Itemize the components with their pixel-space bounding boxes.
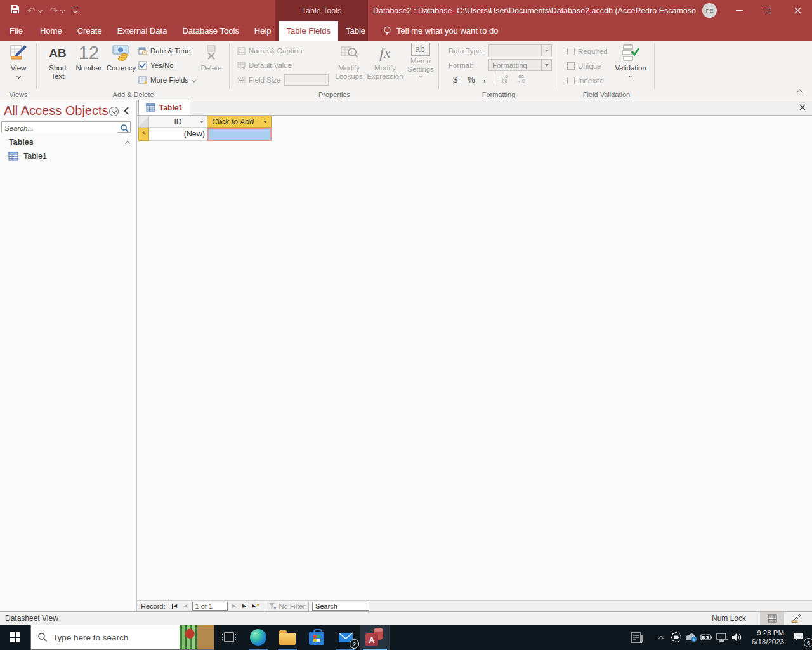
action-center-icon[interactable]: 6 bbox=[787, 625, 812, 650]
nav-group-tables[interactable]: Tables bbox=[0, 136, 130, 149]
maximize-button[interactable] bbox=[754, 0, 783, 21]
redo-dropdown-icon[interactable] bbox=[60, 8, 65, 13]
tab-external-data[interactable]: External Data bbox=[110, 21, 175, 41]
column-header-id[interactable]: ID bbox=[149, 116, 207, 128]
search-icon bbox=[120, 124, 129, 133]
new-record-button[interactable]: ▶* bbox=[251, 602, 261, 611]
task-view-button[interactable] bbox=[214, 625, 244, 650]
new-record-selector[interactable]: * bbox=[138, 128, 149, 141]
collapse-group-icon[interactable] bbox=[125, 140, 130, 145]
battery-icon[interactable] bbox=[699, 625, 714, 650]
tell-me-box[interactable]: Tell me what you want to do bbox=[377, 21, 504, 41]
shutter-bar-close-icon[interactable] bbox=[122, 106, 130, 116]
indexed-checkbox[interactable]: Indexed bbox=[567, 74, 604, 87]
taskbar-search-box[interactable] bbox=[30, 625, 214, 650]
view-button[interactable]: View bbox=[4, 43, 32, 79]
apply-comma-button[interactable]: , bbox=[483, 74, 486, 83]
previous-record-button[interactable]: ◀ bbox=[180, 602, 191, 611]
separator bbox=[265, 602, 265, 611]
date-time-button[interactable]: Date & Time bbox=[138, 44, 190, 57]
nav-item-table1[interactable]: Table1 bbox=[0, 150, 136, 162]
avatar[interactable]: PE bbox=[702, 3, 717, 18]
field-size-input[interactable] bbox=[284, 74, 329, 86]
save-icon[interactable] bbox=[10, 4, 20, 17]
meet-now-icon[interactable] bbox=[669, 625, 684, 650]
delete-button[interactable]: Delete bbox=[197, 43, 225, 72]
memo-settings-button[interactable]: ab Memo Settings bbox=[405, 43, 436, 78]
increase-decimals-button[interactable]: ←.0 .00 bbox=[500, 74, 508, 83]
column-header-click-to-add[interactable]: Click to Add bbox=[207, 116, 272, 128]
tab-database-tools[interactable]: Database Tools bbox=[174, 21, 246, 41]
account-area[interactable]: Pedro Escamoso PE bbox=[636, 0, 717, 21]
nav-search-input[interactable] bbox=[2, 123, 117, 133]
last-record-button[interactable]: ▶ bbox=[240, 602, 251, 611]
validation-button[interactable]: Validation bbox=[612, 43, 650, 78]
taskbar-store[interactable] bbox=[302, 625, 331, 650]
onedrive-icon[interactable]: i bbox=[684, 625, 699, 650]
taskbar-clock[interactable]: 9:28 PM 6/13/2023 bbox=[745, 628, 787, 646]
tab-home[interactable]: Home bbox=[32, 21, 70, 41]
more-fields-button[interactable]: More Fields bbox=[138, 74, 196, 86]
short-text-button[interactable]: AB Short Text bbox=[43, 43, 72, 81]
nav-pane-menu-icon[interactable] bbox=[109, 107, 119, 116]
customize-qat-icon[interactable] bbox=[72, 8, 77, 14]
datasheet-view-button[interactable] bbox=[760, 612, 784, 625]
tab-create[interactable]: Create bbox=[70, 21, 110, 41]
nav-search-box[interactable] bbox=[1, 121, 131, 133]
taskbar-search-input[interactable] bbox=[48, 633, 180, 642]
modify-lookups-button[interactable]: Modify Lookups bbox=[332, 43, 365, 81]
unique-checkbox[interactable]: Unique bbox=[567, 60, 601, 72]
selected-cell[interactable] bbox=[207, 128, 272, 141]
data-type-dropdown[interactable] bbox=[488, 44, 552, 56]
current-record-box[interactable]: 1 of 1 bbox=[192, 602, 228, 611]
record-search-input[interactable] bbox=[312, 602, 369, 611]
close-button[interactable] bbox=[783, 0, 812, 21]
modify-lookups-icon bbox=[340, 43, 358, 63]
taskbar-mail[interactable]: 2 bbox=[331, 625, 360, 650]
network-icon[interactable] bbox=[714, 625, 730, 650]
tab-table[interactable]: Table bbox=[338, 21, 373, 41]
start-button[interactable] bbox=[0, 625, 30, 650]
format-dropdown[interactable]: Formatting bbox=[488, 59, 552, 71]
required-checkbox[interactable]: Required bbox=[567, 45, 608, 58]
taskbar-access[interactable]: A bbox=[360, 625, 390, 650]
redo-icon[interactable]: ↷ bbox=[50, 5, 58, 17]
yes-no-label: Yes/No bbox=[150, 62, 174, 69]
apply-currency-button[interactable]: $ bbox=[453, 75, 457, 84]
taskbar-edge[interactable] bbox=[244, 625, 273, 650]
column-dropdown-icon[interactable] bbox=[200, 121, 204, 123]
design-view-button[interactable] bbox=[784, 612, 808, 625]
tab-table-fields[interactable]: Table Fields bbox=[279, 21, 338, 41]
apply-percent-button[interactable]: % bbox=[468, 75, 475, 84]
id-new-cell[interactable]: (New) bbox=[149, 128, 207, 141]
collapse-ribbon-icon[interactable] bbox=[796, 88, 804, 95]
currency-button[interactable]: Currency bbox=[104, 43, 138, 72]
number-button[interactable]: 12 Number bbox=[74, 43, 104, 72]
document-tab-table1[interactable]: Table1 bbox=[138, 100, 190, 115]
taskbar-file-explorer[interactable] bbox=[273, 625, 302, 650]
select-all-cell[interactable] bbox=[138, 116, 149, 128]
undo-icon[interactable]: ↶ bbox=[27, 5, 36, 17]
no-filter-button[interactable]: No Filter bbox=[268, 602, 306, 610]
tab-file[interactable]: File bbox=[0, 21, 32, 41]
svg-text:i: i bbox=[693, 637, 695, 642]
volume-icon[interactable] bbox=[730, 625, 745, 650]
tab-help[interactable]: Help bbox=[247, 21, 279, 41]
undo-dropdown-icon[interactable] bbox=[38, 8, 43, 13]
modify-expression-button[interactable]: fx Modify Expression bbox=[367, 43, 403, 81]
status-view-name: Datasheet View bbox=[0, 614, 712, 623]
checkbox-icon bbox=[567, 48, 575, 55]
column-dropdown-icon[interactable] bbox=[263, 121, 267, 123]
news-widget-icon[interactable] bbox=[629, 625, 645, 650]
field-size-button[interactable]: Field Size bbox=[237, 74, 281, 86]
decrease-decimals-button[interactable]: .00 →.0 bbox=[516, 74, 525, 83]
next-record-button[interactable]: ▶ bbox=[229, 602, 240, 611]
search-highlight-image[interactable] bbox=[180, 625, 214, 649]
tray-expand-icon[interactable] bbox=[653, 625, 669, 650]
name-caption-button[interactable]: Name & Caption bbox=[237, 44, 302, 57]
yes-no-button[interactable]: Yes/No bbox=[138, 59, 174, 72]
minimize-button[interactable] bbox=[724, 0, 754, 21]
close-table-button[interactable] bbox=[798, 103, 807, 112]
default-value-button[interactable]: Default Value bbox=[237, 59, 292, 72]
first-record-button[interactable]: ◀ bbox=[169, 602, 180, 611]
